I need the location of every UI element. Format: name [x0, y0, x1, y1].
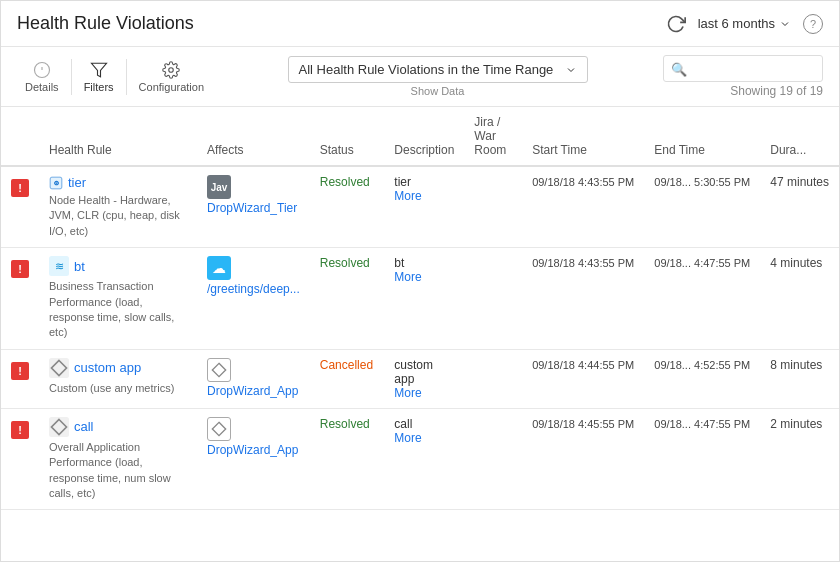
status-cell: Resolved: [310, 166, 385, 248]
svg-marker-11: [212, 363, 225, 376]
affects-cell: ☁ /greetings/deep...: [197, 248, 310, 350]
status-cell: Resolved: [310, 248, 385, 350]
duration: 47 minutes: [770, 175, 829, 189]
description-more-link[interactable]: More: [394, 431, 454, 445]
severity-cell: !: [1, 349, 39, 408]
health-rule-name[interactable]: call: [49, 417, 187, 437]
affects-avatar: [207, 417, 231, 441]
filters-button[interactable]: Filters: [76, 57, 122, 97]
start-time-cell: 09/18/18 4:45:55 PM: [522, 408, 644, 510]
end-time-cell: 09/18... 4:47:55 PM: [644, 408, 760, 510]
show-data-dropdown[interactable]: All Health Rule Violations in the Time R…: [288, 56, 588, 83]
col-status: Status: [310, 107, 385, 166]
end-time-cell: 09/18... 4:52:55 PM: [644, 349, 760, 408]
duration: 2 minutes: [770, 417, 822, 431]
affects-avatar: Jav: [207, 175, 231, 199]
affects-name[interactable]: DropWizard_App: [207, 443, 298, 457]
health-rule-cell: ⊙ tier Node Health - Hardware, JVM, CLR …: [39, 166, 197, 248]
col-end-time: End Time: [644, 107, 760, 166]
jira-cell: [464, 248, 522, 350]
severity-badge: !: [11, 179, 29, 197]
jira-cell: [464, 349, 522, 408]
start-time: 09/18/18 4:44:55 PM: [532, 359, 634, 371]
severity-badge: !: [11, 260, 29, 278]
description-text: call: [394, 417, 454, 431]
table-row: ! ≋ bt Business Transaction Performance …: [1, 248, 839, 350]
severity-badge: !: [11, 421, 29, 439]
col-jira: Jira / War Room: [464, 107, 522, 166]
duration-cell: 47 minutes: [760, 166, 839, 248]
end-time: 09/18... 4:47:55 PM: [654, 257, 750, 269]
health-rule-cell: ≋ bt Business Transaction Performance (l…: [39, 248, 197, 350]
health-rule-name[interactable]: ≋ bt: [49, 256, 187, 276]
time-range-selector[interactable]: last 6 months: [698, 16, 791, 31]
toolbar-divider-2: [126, 59, 127, 95]
svg-text:≋: ≋: [55, 260, 64, 272]
search-input[interactable]: [663, 55, 823, 82]
status-cell: Resolved: [310, 408, 385, 510]
col-affects: Affects: [197, 107, 310, 166]
col-health-rule: Health Rule: [39, 107, 197, 166]
duration-cell: 2 minutes: [760, 408, 839, 510]
help-icon[interactable]: ?: [803, 14, 823, 34]
details-button[interactable]: Details: [17, 57, 67, 97]
svg-text:⊙: ⊙: [54, 179, 59, 186]
page-title: Health Rule Violations: [17, 13, 666, 34]
chevron-down-icon: [779, 18, 791, 30]
col-description: Description: [384, 107, 464, 166]
end-time: 09/18... 4:52:55 PM: [654, 359, 750, 371]
health-rule-desc: Node Health - Hardware, JVM, CLR (cpu, h…: [49, 193, 187, 239]
duration: 4 minutes: [770, 256, 822, 270]
description-more-link[interactable]: More: [394, 189, 454, 203]
status-value: Cancelled: [320, 358, 373, 372]
affects-cell: DropWizard_App: [197, 408, 310, 510]
severity-cell: !: [1, 166, 39, 248]
description-more-link[interactable]: More: [394, 270, 454, 284]
dropdown-chevron-icon: [565, 64, 577, 76]
description-cell: bt More: [384, 248, 464, 350]
start-time: 09/18/18 4:43:55 PM: [532, 257, 634, 269]
status-value: Resolved: [320, 256, 370, 270]
configuration-button[interactable]: Configuration: [131, 57, 212, 97]
refresh-icon[interactable]: [666, 14, 686, 34]
description-cell: tier More: [384, 166, 464, 248]
start-time: 09/18/18 4:43:55 PM: [532, 176, 634, 188]
start-time: 09/18/18 4:45:55 PM: [532, 418, 634, 430]
affects-name[interactable]: DropWizard_App: [207, 384, 298, 398]
description-text: tier: [394, 175, 454, 189]
violations-table: Health Rule Affects Status Description J…: [1, 107, 839, 549]
health-rule-name[interactable]: custom app: [49, 358, 187, 378]
description-text: bt: [394, 256, 454, 270]
affects-avatar: ☁: [207, 256, 231, 280]
show-data-label: Show Data: [411, 85, 465, 97]
table-row: ! ⊙ tier Node Health - Hardware, JVM, CL…: [1, 166, 839, 248]
affects-name[interactable]: /greetings/deep...: [207, 282, 300, 296]
description-cell: call More: [384, 408, 464, 510]
table-row: ! custom app Custom (use any metrics) Dr…: [1, 349, 839, 408]
end-time: 09/18... 5:30:55 PM: [654, 176, 750, 188]
duration-cell: 8 minutes: [760, 349, 839, 408]
col-severity: [1, 107, 39, 166]
showing-count: Showing 19 of 19: [730, 84, 823, 98]
end-time-cell: 09/18... 4:47:55 PM: [644, 248, 760, 350]
severity-cell: !: [1, 248, 39, 350]
start-time-cell: 09/18/18 4:43:55 PM: [522, 248, 644, 350]
description-text: custom app: [394, 358, 454, 386]
duration: 8 minutes: [770, 358, 822, 372]
end-time-cell: 09/18... 5:30:55 PM: [644, 166, 760, 248]
health-rule-name[interactable]: ⊙ tier: [49, 175, 187, 190]
health-rule-desc: Overall Application Performance (load, r…: [49, 440, 187, 502]
health-rule-cell: custom app Custom (use any metrics): [39, 349, 197, 408]
health-rule-cell: call Overall Application Performance (lo…: [39, 408, 197, 510]
jira-cell: [464, 166, 522, 248]
health-rule-desc: Custom (use any metrics): [49, 381, 187, 396]
description-cell: custom app More: [384, 349, 464, 408]
affects-cell: DropWizard_App: [197, 349, 310, 408]
svg-marker-14: [212, 422, 225, 435]
start-time-cell: 09/18/18 4:43:55 PM: [522, 166, 644, 248]
status-value: Resolved: [320, 175, 370, 189]
affects-name[interactable]: DropWizard_Tier: [207, 201, 297, 215]
start-time-cell: 09/18/18 4:44:55 PM: [522, 349, 644, 408]
jira-cell: [464, 408, 522, 510]
description-more-link[interactable]: More: [394, 386, 454, 400]
